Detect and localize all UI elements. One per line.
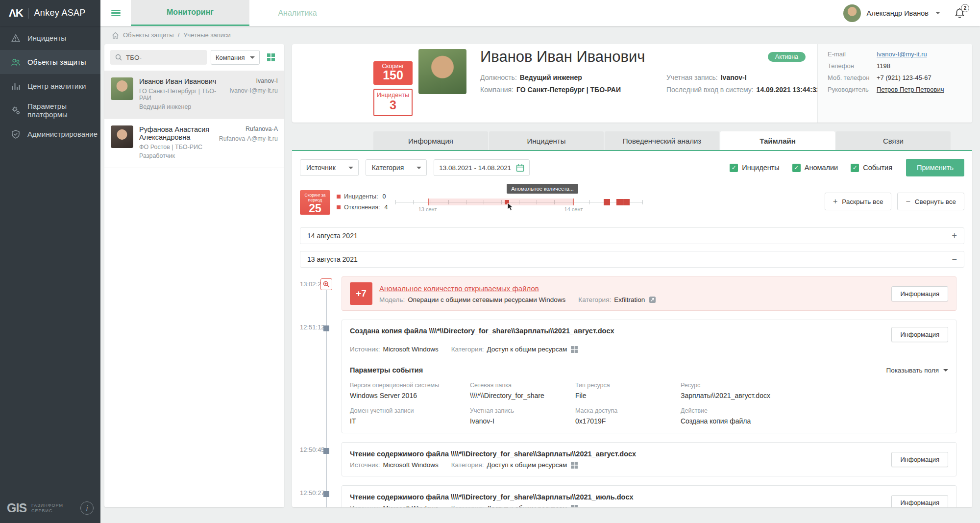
anomaly-title-link[interactable]: Аномальное количество открываемых файлов bbox=[379, 284, 656, 293]
day-group-14-aug[interactable]: 14 августа 2021 + bbox=[300, 227, 964, 244]
list-search-row: ТБО- Компания bbox=[104, 44, 284, 71]
chevron-down-icon bbox=[250, 56, 255, 59]
event-marker-icon bbox=[323, 491, 329, 497]
timeline-tooltip: Аномальное количеств... bbox=[507, 184, 578, 194]
manager-link[interactable]: Петров Петр Петрович bbox=[877, 86, 944, 93]
email-link[interactable]: Ivanov-I@my-it.ru bbox=[877, 50, 927, 58]
contacts-panel: E-mailIvanov-I@my-it.ru Телефон1198 Моб.… bbox=[817, 44, 972, 123]
event-field: Действие Создана копия файла bbox=[681, 407, 948, 425]
timeline-filters: Источник Категория 13.08.2021 - 14.08.20… bbox=[300, 159, 964, 176]
profile-header-card: Скоринг 150 Инциденты 3 Иванов Иван Иван… bbox=[292, 44, 972, 123]
nav-tab-monitoring[interactable]: Мониторинг bbox=[131, 0, 249, 26]
show-fields-toggle[interactable]: Показывать поля bbox=[886, 367, 948, 374]
anomaly-count-badge: +7 bbox=[350, 282, 372, 305]
event-parameters-section: Параметры события Показывать поля bbox=[350, 360, 948, 425]
gis-logo: GIS bbox=[7, 501, 26, 515]
event-field: Домен учетной записи IT bbox=[350, 407, 465, 425]
user-avatar[interactable] bbox=[843, 4, 861, 22]
sidebar-item-platform-settings[interactable]: Параметры платформы bbox=[0, 98, 100, 122]
event-marker-icon bbox=[323, 325, 329, 331]
period-legend: Инциденты: 0 Отклонения: 4 bbox=[337, 190, 388, 215]
timeline-marker[interactable] bbox=[604, 199, 610, 205]
event-title: Чтение содержимого файла \\\\*\\Director… bbox=[350, 450, 636, 458]
sidebar-item-protected-objects[interactable]: Объекты защиты bbox=[0, 50, 100, 74]
timeline-event: 12:50:27 Чтение содержимого файла \\\\*\… bbox=[300, 485, 964, 507]
event-field: Тип ресурса File bbox=[575, 382, 676, 399]
info-button[interactable]: Информация bbox=[891, 327, 948, 342]
mouse-cursor bbox=[507, 202, 514, 211]
company-filter-select[interactable]: Компания bbox=[211, 50, 260, 65]
windows-icon bbox=[571, 346, 578, 353]
menu-toggle-icon[interactable] bbox=[100, 0, 131, 26]
event-field: Учетная запись Ivanov-I bbox=[470, 407, 570, 425]
gis-logo-caption: ГАЗИНФОРМ СЕРВИС bbox=[31, 503, 63, 514]
mini-timeline[interactable]: Аномальное количеств... 13 сент 14 сент bbox=[395, 190, 643, 216]
info-icon[interactable]: i bbox=[80, 501, 94, 515]
source-select[interactable]: Источник bbox=[300, 159, 359, 176]
breadcrumb-root[interactable]: Объекты защиты bbox=[123, 31, 174, 39]
event-marker-icon bbox=[323, 448, 329, 454]
timeline-marker[interactable] bbox=[623, 199, 630, 205]
scoring-box: Скоринг 150 bbox=[373, 61, 413, 85]
sidebar: Инциденты Объекты защиты Центр аналитики… bbox=[0, 26, 100, 523]
tab-relations[interactable]: Связи bbox=[836, 131, 951, 150]
incident-marker-icon bbox=[337, 195, 341, 199]
zoom-in-icon[interactable] bbox=[320, 278, 332, 290]
tab-behavior-analysis[interactable]: Поведенческий анализ bbox=[605, 131, 719, 150]
account-list-item[interactable]: Иванов Иван Иванович ГО Санкт-Петербург … bbox=[104, 71, 284, 119]
user-name[interactable]: Александр Иванов bbox=[867, 9, 929, 17]
sidebar-item-incidents[interactable]: Инциденты bbox=[0, 26, 100, 50]
checkbox-incidents[interactable]: Инциденты bbox=[730, 164, 779, 172]
chevron-down-icon bbox=[943, 369, 948, 372]
tab-incidents[interactable]: Инциденты bbox=[489, 131, 604, 150]
checkbox-checked-icon bbox=[792, 164, 801, 172]
sidebar-footer: GIS ГАЗИНФОРМ СЕРВИС i bbox=[0, 501, 100, 515]
apply-button[interactable]: Применить bbox=[906, 159, 964, 176]
chevron-down-icon[interactable] bbox=[935, 12, 940, 14]
gears-icon bbox=[11, 105, 21, 115]
checkbox-anomalies[interactable]: Аномалии bbox=[792, 164, 838, 172]
event-title: Создана копия файла \\\\*\\Directory_for… bbox=[350, 327, 614, 335]
checkbox-events[interactable]: События bbox=[851, 164, 892, 172]
avatar bbox=[111, 77, 133, 100]
info-button[interactable]: Информация bbox=[891, 286, 948, 301]
notifications-badge: 2 bbox=[961, 4, 969, 12]
expand-all-button[interactable]: + Раскрыть все bbox=[825, 193, 892, 210]
bar-chart-icon bbox=[11, 81, 21, 91]
event-field: Сетевая папка \\\\*\\Directory_for_share bbox=[470, 382, 570, 399]
plus-icon: + bbox=[833, 197, 837, 206]
info-button[interactable]: Информация bbox=[891, 495, 948, 508]
search-input[interactable]: ТБО- bbox=[110, 50, 207, 65]
expand-icon[interactable]: + bbox=[952, 231, 957, 241]
home-icon[interactable] bbox=[112, 32, 119, 39]
grid-view-icon[interactable] bbox=[264, 50, 278, 65]
anomaly-period-band bbox=[428, 199, 574, 205]
tab-timeline[interactable]: Таймлайн bbox=[720, 131, 835, 150]
timeline-marker[interactable] bbox=[616, 199, 623, 205]
search-icon bbox=[115, 54, 122, 61]
incidents-count-box: Инциденты 3 bbox=[373, 89, 413, 116]
tab-information[interactable]: Информация bbox=[373, 131, 488, 150]
users-icon bbox=[11, 57, 21, 67]
account-list-item[interactable]: Руфанова Анастасия Александровна ФО Рост… bbox=[104, 119, 284, 168]
incidents-icon bbox=[11, 33, 21, 43]
sidebar-item-analytics-center[interactable]: Центр аналитики bbox=[0, 74, 100, 98]
collapse-all-button[interactable]: − Свернуть все bbox=[897, 193, 964, 210]
info-button[interactable]: Информация bbox=[891, 452, 948, 467]
top-bar: ΛK Ankey ASAP Мониторинг Аналитика Алекс… bbox=[0, 0, 980, 26]
date-range-input[interactable]: 13.08.2021 - 14.08.2021 bbox=[434, 159, 530, 176]
day-group-13-aug[interactable]: 13 августа 2021 − bbox=[300, 251, 964, 268]
chevron-down-icon bbox=[348, 167, 353, 169]
nav-tab-analytics[interactable]: Аналитика bbox=[249, 0, 345, 26]
main-panel: Скоринг 150 Инциденты 3 Иванов Иван Иван… bbox=[292, 44, 972, 507]
accounts-list-panel: ТБО- Компания Ива bbox=[104, 44, 284, 507]
notifications-bell[interactable]: 2 bbox=[954, 7, 965, 19]
deviation-marker-icon bbox=[337, 205, 341, 209]
collapse-icon[interactable]: − bbox=[952, 254, 957, 265]
breadcrumb-current: Учетные записи bbox=[183, 31, 230, 39]
sidebar-item-administration[interactable]: Администрирование bbox=[0, 122, 100, 146]
category-select[interactable]: Категория bbox=[366, 159, 427, 176]
timeline-event: 12:50:45 Чтение содержимого файла \\\\*\… bbox=[300, 442, 964, 476]
checkbox-checked-icon bbox=[851, 164, 859, 172]
event-field: Версия операционной системы Windows Serv… bbox=[350, 382, 465, 399]
